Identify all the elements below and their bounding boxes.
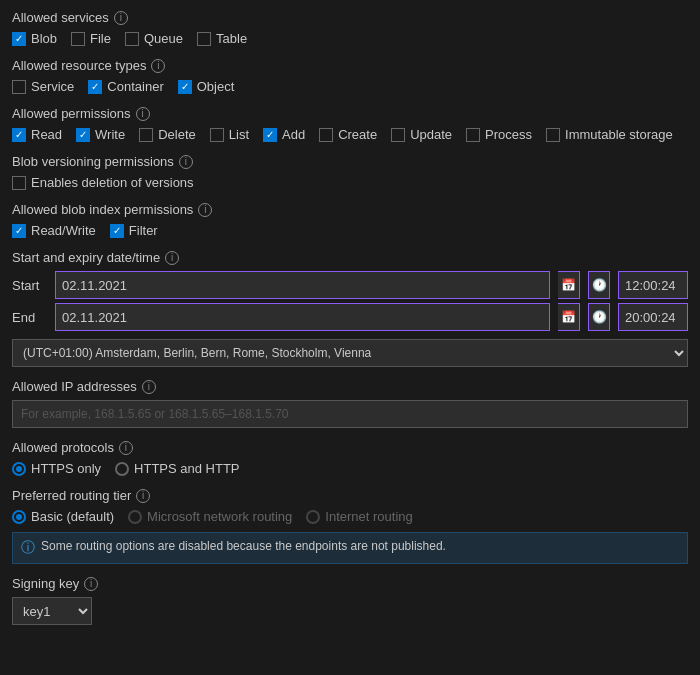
create-checkbox[interactable] — [319, 128, 333, 142]
type-container[interactable]: Container — [88, 79, 163, 94]
delete-label: Delete — [158, 127, 196, 142]
perm-delete[interactable]: Delete — [139, 127, 196, 142]
protocol-https-http[interactable]: HTTPS and HTTP — [115, 461, 239, 476]
process-checkbox[interactable] — [466, 128, 480, 142]
signing-key-select[interactable]: key1 key2 — [12, 597, 92, 625]
write-checkbox[interactable] — [76, 128, 90, 142]
read-label: Read — [31, 127, 62, 142]
allowed-ip-info-icon[interactable]: i — [142, 380, 156, 394]
allowed-services-row: Blob File Queue Table — [12, 31, 688, 46]
resource-types-info-icon[interactable]: i — [151, 59, 165, 73]
routing-microsoft: Microsoft network routing — [128, 509, 292, 524]
list-label: List — [229, 127, 249, 142]
start-date-input[interactable] — [55, 271, 550, 299]
https-http-label: HTTPS and HTTP — [134, 461, 239, 476]
type-service[interactable]: Service — [12, 79, 74, 94]
routing-info-text: Some routing options are disabled becaus… — [41, 539, 446, 553]
blob-checkbox[interactable] — [12, 32, 26, 46]
perm-write[interactable]: Write — [76, 127, 125, 142]
signing-key-info-icon[interactable]: i — [84, 577, 98, 591]
internet-routing-label: Internet routing — [325, 509, 412, 524]
https-only-radio[interactable] — [12, 462, 26, 476]
table-checkbox[interactable] — [197, 32, 211, 46]
perm-add[interactable]: Add — [263, 127, 305, 142]
allowed-protocols-label: Allowed protocols — [12, 440, 114, 455]
filter-checkbox[interactable] — [110, 224, 124, 238]
service-queue[interactable]: Queue — [125, 31, 183, 46]
queue-label: Queue — [144, 31, 183, 46]
blob-index-title: Allowed blob index permissions i — [12, 202, 688, 217]
perm-immutable[interactable]: Immutable storage — [546, 127, 673, 142]
service-blob[interactable]: Blob — [12, 31, 57, 46]
timezone-select[interactable]: (UTC+01:00) Amsterdam, Berlin, Bern, Rom… — [12, 339, 688, 367]
create-label: Create — [338, 127, 377, 142]
read-checkbox[interactable] — [12, 128, 26, 142]
enables-deletion[interactable]: Enables deletion of versions — [12, 175, 194, 190]
https-http-radio[interactable] — [115, 462, 129, 476]
start-label: Start — [12, 278, 47, 293]
queue-checkbox[interactable] — [125, 32, 139, 46]
allowed-protocols-section: Allowed protocols i HTTPS only HTTPS and… — [12, 440, 688, 476]
object-checkbox[interactable] — [178, 80, 192, 94]
start-time-input[interactable] — [618, 271, 688, 299]
delete-checkbox[interactable] — [139, 128, 153, 142]
index-readwrite[interactable]: Read/Write — [12, 223, 96, 238]
list-checkbox[interactable] — [210, 128, 224, 142]
add-checkbox[interactable] — [263, 128, 277, 142]
blob-index-label: Allowed blob index permissions — [12, 202, 193, 217]
end-time-icon[interactable]: 🕐 — [588, 303, 610, 331]
service-table[interactable]: Table — [197, 31, 247, 46]
allowed-services-title: Allowed services i — [12, 10, 688, 25]
end-calendar-icon[interactable]: 📅 — [558, 303, 580, 331]
service-type-label: Service — [31, 79, 74, 94]
basic-routing-radio[interactable] — [12, 510, 26, 524]
enables-deletion-label: Enables deletion of versions — [31, 175, 194, 190]
protocol-https-only[interactable]: HTTPS only — [12, 461, 101, 476]
allowed-protocols-info-icon[interactable]: i — [119, 441, 133, 455]
service-checkbox[interactable] — [12, 80, 26, 94]
allowed-resource-types-label: Allowed resource types — [12, 58, 146, 73]
perm-create[interactable]: Create — [319, 127, 377, 142]
start-calendar-icon[interactable]: 📅 — [558, 271, 580, 299]
container-checkbox[interactable] — [88, 80, 102, 94]
blob-versioning-info-icon[interactable]: i — [179, 155, 193, 169]
perm-list[interactable]: List — [210, 127, 249, 142]
immutable-label: Immutable storage — [565, 127, 673, 142]
end-date-input[interactable] — [55, 303, 550, 331]
allowed-services-info-icon[interactable]: i — [114, 11, 128, 25]
end-date-row: End 📅 🕐 — [12, 303, 688, 331]
service-file[interactable]: File — [71, 31, 111, 46]
routing-tier-label: Preferred routing tier — [12, 488, 131, 503]
enables-deletion-checkbox[interactable] — [12, 176, 26, 190]
permissions-info-icon[interactable]: i — [136, 107, 150, 121]
datetime-info-icon[interactable]: i — [165, 251, 179, 265]
blob-index-info-icon[interactable]: i — [198, 203, 212, 217]
blob-index-section: Allowed blob index permissions i Read/Wr… — [12, 202, 688, 238]
routing-basic[interactable]: Basic (default) — [12, 509, 114, 524]
routing-tier-section: Preferred routing tier i Basic (default)… — [12, 488, 688, 564]
update-checkbox[interactable] — [391, 128, 405, 142]
allowed-permissions-section: Allowed permissions i Read Write Delete … — [12, 106, 688, 142]
end-time-input[interactable] — [618, 303, 688, 331]
ip-input[interactable] — [12, 400, 688, 428]
allowed-services-section: Allowed services i Blob File Queue Table — [12, 10, 688, 46]
readwrite-checkbox[interactable] — [12, 224, 26, 238]
routing-info-bar: ⓘ Some routing options are disabled beca… — [12, 532, 688, 564]
allowed-protocols-title: Allowed protocols i — [12, 440, 688, 455]
routing-tier-info-icon[interactable]: i — [136, 489, 150, 503]
perm-read[interactable]: Read — [12, 127, 62, 142]
file-label: File — [90, 31, 111, 46]
index-filter[interactable]: Filter — [110, 223, 158, 238]
microsoft-routing-radio — [128, 510, 142, 524]
immutable-checkbox[interactable] — [546, 128, 560, 142]
microsoft-routing-label: Microsoft network routing — [147, 509, 292, 524]
routing-tier-title: Preferred routing tier i — [12, 488, 688, 503]
filter-label: Filter — [129, 223, 158, 238]
file-checkbox[interactable] — [71, 32, 85, 46]
perm-process[interactable]: Process — [466, 127, 532, 142]
blob-versioning-row: Enables deletion of versions — [12, 175, 688, 190]
process-label: Process — [485, 127, 532, 142]
start-time-icon[interactable]: 🕐 — [588, 271, 610, 299]
perm-update[interactable]: Update — [391, 127, 452, 142]
type-object[interactable]: Object — [178, 79, 235, 94]
